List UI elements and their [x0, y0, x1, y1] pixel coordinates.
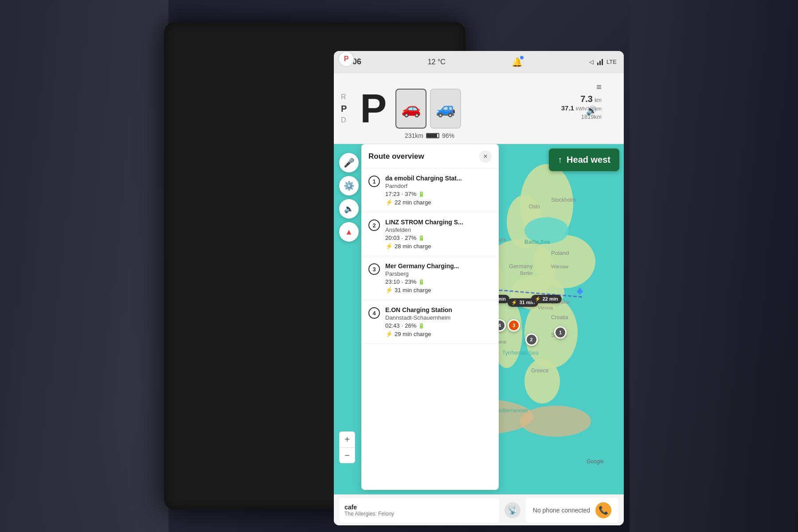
stop-info-1: da emobil Charging Stat... Parndorf 17:2… [385, 175, 492, 206]
stop-info-2: LINZ STROM Charging S... Ansfelden 20:03… [385, 219, 492, 250]
bottom-bar: cafe The Allergies: Felony 📡 No phone co… [334, 494, 624, 525]
notification-bell-container: 🔔 [512, 57, 523, 67]
route-list[interactable]: 1 da emobil Charging Stat... Parndorf 17… [361, 168, 499, 490]
gear-selector: R P D [341, 93, 347, 124]
headlight-icon: ≡ [596, 82, 602, 92]
lte-label: LTE [606, 59, 617, 65]
stop-location-2: Ansfelden [385, 227, 492, 233]
stat2-value: 37.1 [561, 104, 574, 112]
route-stop-1: 1 da emobil Charging Stat... Parndorf 17… [361, 168, 499, 212]
svg-text:Croatia: Croatia [551, 314, 568, 321]
route-close-button[interactable]: × [479, 150, 492, 163]
car-icon-rear[interactable]: 🚙 [430, 89, 461, 129]
stop-time-value-4: 02:43 [385, 322, 400, 329]
stop-time-value-1: 17:23 [385, 191, 400, 197]
stat1-value: 7.3 [580, 94, 593, 104]
charge-31-lightning: ⚡ [511, 300, 517, 305]
volume-button[interactable]: 🔈 [339, 199, 359, 219]
volume-icon: 🔈 [344, 204, 354, 214]
stop-time-value-3: 23:10 [385, 278, 400, 285]
stop-time-4: 02:43 · 26% 🔋 [385, 322, 492, 329]
route-stop-3: 3 Mer Germany Charging... Parsberg 23:10… [361, 256, 499, 300]
map-controls: 🎤 ⚙️ 🔈 ▲ [339, 153, 359, 242]
parking-corner-badge: P [338, 51, 354, 67]
stop-battery-1: 37% [405, 191, 416, 197]
route-stop-2: 2 LINZ STROM Charging S... Ansfelden 20:… [361, 212, 499, 256]
cafe-info: cafe The Allergies: Felony [339, 498, 499, 523]
svg-text:Stockholm: Stockholm [551, 197, 576, 203]
parking-corner-symbol: P [344, 55, 349, 63]
location-icon: ▲ [345, 227, 353, 237]
route-title: Route overview [368, 152, 424, 161]
stop-time-value-2: 20:03 [385, 235, 400, 241]
svg-text:Poland: Poland [551, 250, 569, 256]
stop-charge-2: ⚡ 28 min charge [385, 243, 492, 250]
stop-info-4: E.ON Charging Station Dannstadt-Schauern… [385, 306, 492, 337]
cafe-sub: The Allergies: Felony [344, 511, 494, 517]
svg-text:Oslo: Oslo [529, 203, 540, 210]
location-button[interactable]: ▲ [339, 222, 359, 242]
signal-bar-3 [602, 59, 603, 65]
battery-pct: 96% [442, 132, 454, 139]
mic-button[interactable]: 🎤 [339, 153, 359, 172]
head-west-button[interactable]: ↑ Head west [549, 149, 619, 171]
charge-22-lightning: ⚡ [535, 296, 541, 302]
stop-battery-2: 27% [405, 235, 416, 241]
park-indicator: P [360, 89, 387, 129]
charge-label-22min: ⚡ 22 min [531, 295, 562, 303]
gear-r: R [341, 93, 347, 101]
mic-icon: 🎤 [344, 157, 355, 168]
settings-button[interactable]: ⚙️ [339, 176, 359, 196]
svg-point-13 [520, 406, 591, 437]
phone-call-icon: 📞 [598, 505, 608, 515]
phone-icon[interactable]: 📞 [595, 502, 611, 518]
battery-small-icon-3: 🔋 [418, 279, 425, 285]
car-icon-front[interactable]: 🚗 [395, 89, 426, 129]
radio-button[interactable]: 📡 [505, 502, 520, 518]
stop-charge-time-1: 22 min charge [395, 199, 431, 206]
battery-small-icon-1: 🔋 [418, 191, 425, 197]
battery-bar [426, 133, 439, 138]
stop-charge-time-4: 29 min charge [395, 331, 431, 337]
svg-text:Vienna: Vienna [538, 305, 553, 310]
head-west-label: Head west [567, 155, 610, 165]
interior-left [0, 0, 168, 532]
stop-battery-3: 23% [405, 278, 416, 285]
svg-text:Tyrrhenian Sea: Tyrrhenian Sea [502, 350, 539, 356]
stop-charge-4: ⚡ 29 min charge [385, 330, 492, 337]
route-header: Route overview × [361, 144, 499, 168]
zoom-out-button[interactable]: − [339, 447, 355, 463]
stop-separator-2: · [402, 235, 403, 241]
stop-time-3: 23:10 · 23% 🔋 [385, 278, 492, 285]
head-west-arrow-icon: ↑ [558, 155, 562, 165]
notification-dot [520, 56, 524, 59]
radio-icon: 📡 [508, 505, 517, 515]
signal-bar-1 [597, 63, 598, 65]
lightning-icon-3: ⚡ [385, 286, 393, 293]
battery-fill [427, 134, 437, 137]
stop-name-4: E.ON Charging Station [385, 306, 492, 313]
cafe-name: cafe [344, 504, 494, 511]
svg-text:Warsaw: Warsaw [551, 264, 568, 269]
lightning-icon-2: ⚡ [385, 243, 393, 250]
lightning-icon-1: ⚡ [385, 199, 393, 206]
stop-charge-time-3: 31 min charge [395, 287, 431, 293]
stop-battery-4: 26% [405, 322, 416, 329]
stop-location-4: Dannstadt-Schauernheim [385, 314, 492, 321]
svg-text:Germany: Germany [509, 263, 533, 270]
signal-bars [597, 59, 603, 65]
car-front-icon: 🚗 [401, 99, 421, 118]
status-bar: 15:06 12 °C 🔔 ◁ LTE [334, 51, 624, 73]
main-content: North Sea Baltic Sea Tyrrhenian Sea Medi… [334, 144, 624, 494]
screen: 15:06 12 °C 🔔 ◁ LTE R [334, 51, 624, 525]
car-icons: 🚗 🚙 [395, 89, 461, 129]
stop-separator-1: · [402, 191, 403, 197]
stop-charge-3: ⚡ 31 min charge [385, 286, 492, 293]
stop-name-1: da emobil Charging Stat... [385, 175, 492, 182]
stop-num-3: 3 [368, 263, 380, 275]
svg-text:Baltic Sea: Baltic Sea [524, 239, 550, 245]
zoom-in-button[interactable]: + [339, 431, 355, 447]
range-info: 231km 96% [405, 132, 454, 139]
stop-num-4: 4 [368, 307, 380, 319]
stop-name-3: Mer Germany Charging... [385, 262, 492, 270]
